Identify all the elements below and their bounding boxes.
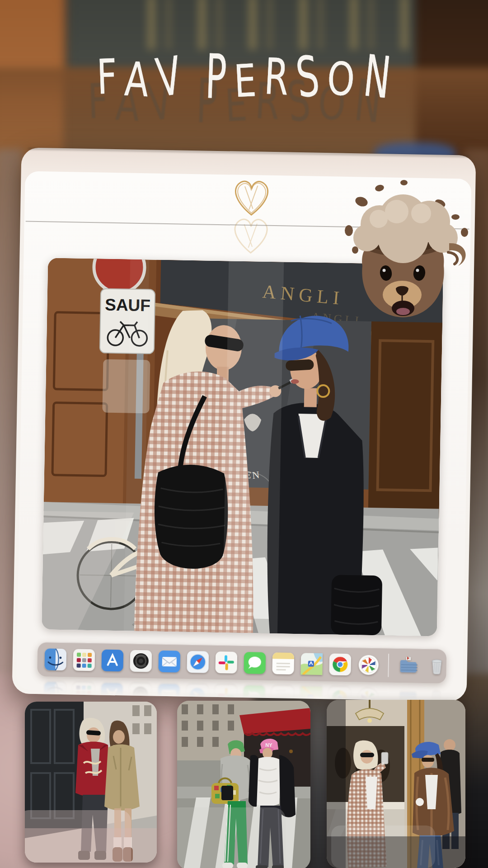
finder-icon[interactable] [44, 648, 66, 670]
mail-icon[interactable] [158, 651, 180, 673]
finder-icon [44, 682, 66, 704]
camera-lens-icon[interactable] [130, 650, 152, 672]
photo-bottom-middle: NY [177, 701, 310, 868]
mail-icon [158, 684, 180, 706]
photos-pinwheel-icon[interactable] [357, 654, 380, 676]
notes-icon[interactable] [272, 652, 294, 675]
trash-icon[interactable] [426, 655, 448, 677]
mind-blown-bear-sticker [335, 175, 471, 331]
slack-icon[interactable] [215, 651, 237, 674]
chrome-icon[interactable] [329, 653, 351, 675]
photo-bottom-right [327, 700, 465, 868]
app-store-icon[interactable] [101, 650, 123, 672]
maps-icon[interactable] [300, 653, 323, 675]
dock [37, 642, 446, 703]
title-text: FAV PERSON [94, 53, 395, 100]
story-canvas: FAV PERSONFAV PERSON [0, 0, 488, 868]
messages-icon[interactable] [244, 652, 266, 674]
launchpad-icon [72, 682, 94, 704]
launchpad-icon[interactable] [73, 649, 95, 671]
heart-doodle [226, 173, 277, 255]
downloads-folder-icon[interactable] [397, 655, 419, 677]
photo-bottom-left [25, 702, 157, 863]
cap-ny-text: NY [265, 742, 272, 748]
safari-icon[interactable] [187, 651, 209, 673]
dock-separator [388, 654, 389, 677]
